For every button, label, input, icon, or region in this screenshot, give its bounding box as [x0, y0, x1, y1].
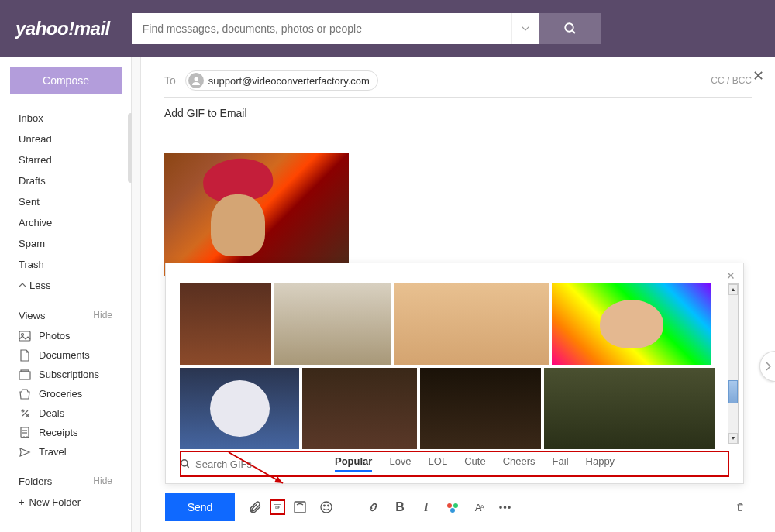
scrollbar-thumb[interactable] [728, 380, 738, 403]
gif-tile[interactable] [274, 283, 391, 365]
view-receipts[interactable]: Receipts [5, 423, 126, 442]
receipts-icon [19, 427, 31, 438]
svg-line-1 [572, 30, 575, 33]
search-container [132, 13, 601, 44]
gif-cat-happy[interactable]: Happy [586, 455, 615, 472]
search-button[interactable] [539, 13, 601, 44]
view-groceries[interactable]: Groceries [5, 384, 126, 403]
gif-search-input[interactable] [195, 458, 296, 470]
more-button[interactable]: ••• [498, 499, 513, 515]
attach-button[interactable] [247, 499, 263, 515]
gif-tile[interactable] [180, 368, 299, 449]
view-photos[interactable]: Photos [5, 326, 126, 345]
svg-point-19 [324, 505, 326, 506]
bold-button[interactable]: B [392, 499, 408, 515]
svg-rect-2 [19, 331, 30, 341]
folder-spam[interactable]: Spam [5, 233, 126, 254]
chevron-down-icon [522, 26, 529, 31]
folder-inbox[interactable]: Inbox [5, 108, 126, 129]
gif-cat-popular[interactable]: Popular [335, 455, 372, 472]
svg-point-18 [321, 502, 332, 513]
svg-text:GIF: GIF [275, 506, 281, 510]
folder-trash[interactable]: Trash [5, 254, 126, 275]
svg-rect-5 [21, 370, 29, 372]
search-icon [180, 458, 191, 469]
gif-tile[interactable] [394, 283, 549, 365]
recipient-chip[interactable]: support@videoconverterfactory.com [185, 70, 378, 91]
cc-bcc-toggle[interactable]: CC / BCC [711, 75, 752, 86]
search-input[interactable] [132, 13, 512, 44]
view-documents[interactable]: Documents [5, 345, 126, 365]
gif-tile[interactable] [180, 283, 271, 365]
svg-point-11 [181, 460, 188, 466]
gif-categories: Popular Love LOL Cute Cheers Fail Happy [335, 455, 615, 472]
views-hide-toggle[interactable]: Hide [93, 310, 112, 321]
main-layout: Compose Inbox Unread Starred Drafts Sent… [0, 57, 775, 532]
scroll-down-arrow[interactable]: ▾ [728, 433, 738, 444]
folder-drafts[interactable]: Drafts [5, 170, 126, 191]
view-label: Travel [39, 446, 67, 458]
gif-cat-fail[interactable]: Fail [553, 455, 569, 472]
gif-button[interactable]: GIF [270, 499, 285, 515]
link-button[interactable] [366, 499, 381, 515]
documents-icon [19, 350, 31, 361]
search-dropdown[interactable] [512, 13, 539, 44]
folder-list: Inbox Unread Starred Drafts Sent Archive… [0, 108, 131, 513]
gif-grid: ▴ ▾ [166, 263, 743, 449]
gif-scrollbar[interactable]: ▴ ▾ [728, 283, 739, 444]
view-travel[interactable]: Travel [5, 442, 126, 462]
discard-button[interactable] [736, 499, 752, 515]
compose-button[interactable]: Compose [10, 67, 122, 94]
gif-tile[interactable] [420, 368, 541, 449]
gif-search-row: Popular Love LOL Cute Cheers Fail Happy [166, 449, 743, 483]
search-icon [563, 22, 577, 36]
gif-cat-cute[interactable]: Cute [464, 455, 485, 472]
emoji-button[interactable] [319, 499, 334, 515]
folders-header: Folders Hide [5, 471, 126, 492]
svg-point-3 [22, 333, 24, 335]
gif-tile[interactable] [302, 368, 417, 449]
chevron-right-icon [765, 362, 771, 371]
folders-label: Folders [19, 475, 52, 487]
font-size-button[interactable]: AA [471, 499, 487, 515]
text-color-button[interactable] [445, 499, 460, 515]
folder-starred[interactable]: Starred [5, 149, 126, 170]
italic-button[interactable]: I [418, 499, 434, 515]
gif-cat-cheers[interactable]: Cheers [503, 455, 536, 472]
view-deals[interactable]: Deals [5, 403, 126, 423]
gif-cat-lol[interactable]: LOL [429, 455, 448, 472]
travel-icon [19, 447, 31, 458]
app-header: yahoo!mail [0, 0, 775, 57]
view-label: Receipts [39, 427, 78, 438]
svg-point-22 [453, 503, 458, 508]
new-folder-button[interactable]: + New Folder [5, 492, 126, 513]
toolbar-separator [350, 499, 350, 516]
message-list-collapsed[interactable] [132, 57, 141, 532]
folder-archive[interactable]: Archive [5, 212, 126, 233]
folder-less-toggle[interactable]: Less [5, 275, 126, 296]
send-button[interactable]: Send [165, 493, 235, 521]
gif-tile[interactable] [544, 368, 715, 449]
sidebar: Compose Inbox Unread Starred Drafts Sent… [0, 57, 132, 532]
folder-unread[interactable]: Unread [5, 129, 126, 149]
groceries-icon [19, 389, 31, 400]
view-label: Deals [39, 407, 64, 419]
chevron-up-icon [19, 283, 26, 288]
svg-point-21 [447, 503, 452, 508]
gif-tile[interactable] [552, 283, 711, 365]
gif-search-box[interactable] [180, 458, 312, 470]
gif-cat-love[interactable]: Love [389, 455, 411, 472]
scroll-up-arrow[interactable]: ▴ [728, 284, 738, 295]
close-compose-button[interactable]: ✕ [753, 67, 764, 84]
folders-hide-toggle[interactable]: Hide [93, 475, 112, 487]
view-label: Groceries [39, 388, 82, 400]
inserted-gif[interactable] [164, 153, 349, 276]
subject-field[interactable]: Add GIF to Email [164, 98, 752, 129]
email-body[interactable] [164, 129, 752, 276]
folder-sent[interactable]: Sent [5, 191, 126, 212]
svg-point-10 [194, 77, 198, 81]
to-field-row: To support@videoconverterfactory.com CC … [164, 70, 752, 98]
view-subscriptions[interactable]: Subscriptions [5, 365, 126, 384]
views-label: Views [19, 310, 45, 321]
stationery-button[interactable] [292, 499, 308, 515]
